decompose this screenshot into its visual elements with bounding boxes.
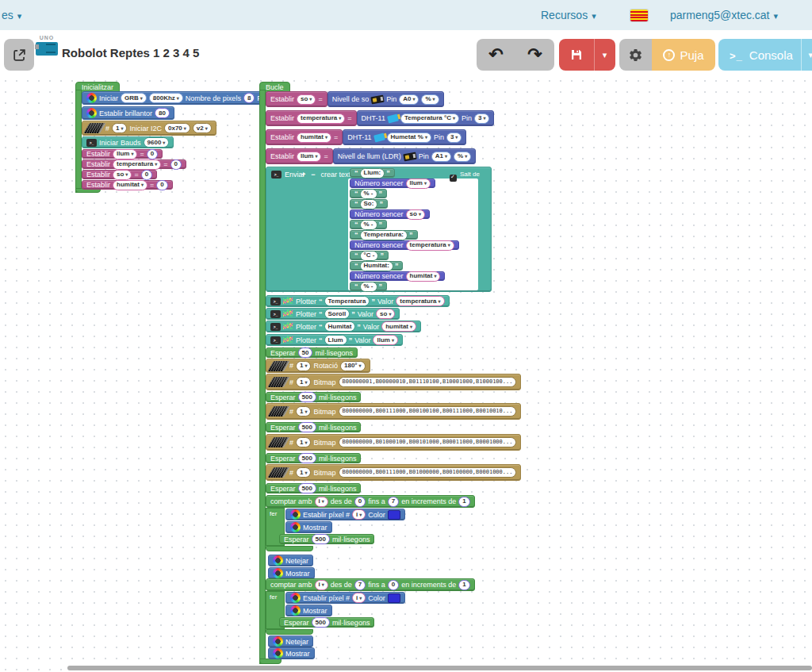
text-field[interactable]: Llum: bbox=[360, 168, 385, 179]
delay-field[interactable]: 500 bbox=[312, 534, 330, 544]
loop-variable-dropdown[interactable]: i bbox=[315, 580, 328, 590]
block-set-variable[interactable]: Establir llum = 0 bbox=[82, 149, 163, 159]
save-button[interactable] bbox=[560, 39, 594, 71]
matrix-index-dropdown[interactable]: 1 bbox=[296, 467, 311, 478]
text-field[interactable]: % - bbox=[360, 282, 377, 292]
block-matrix-bitmap[interactable]: # 1 Bitmap B00000000,B00111000,B00100100… bbox=[266, 403, 521, 420]
variable-dropdown[interactable]: humitat bbox=[297, 132, 331, 143]
ldr-sensor-value[interactable]: Nivell de llum (LDR) Pin A1 % bbox=[333, 148, 476, 164]
block-text-string[interactable]: % - bbox=[350, 282, 387, 291]
block-neopixel-show[interactable]: Mostrar bbox=[268, 647, 315, 659]
text-field[interactable]: % - bbox=[360, 220, 377, 230]
block-set-variable[interactable]: Establir so = 0 bbox=[82, 170, 157, 179]
pin-dropdown[interactable]: A0 bbox=[399, 94, 419, 105]
from-field[interactable]: 7 bbox=[354, 580, 366, 590]
nav-language-flag[interactable] bbox=[630, 0, 648, 30]
mode-dropdown[interactable]: GRB bbox=[121, 93, 147, 103]
color-swatch[interactable] bbox=[388, 593, 400, 603]
block-text-string[interactable]: Temperatura: bbox=[350, 230, 418, 240]
block-count-loop[interactable]: comptar amb i des de 0 fins a 7 en incre… bbox=[266, 495, 475, 508]
matrix-index-dropdown[interactable]: 1 bbox=[296, 361, 311, 371]
freq-dropdown[interactable]: 800Khz bbox=[149, 93, 183, 103]
bitmap-field[interactable]: B00000001,B00000010,B01110100,B10001000,… bbox=[339, 377, 517, 387]
redo-button[interactable] bbox=[515, 39, 554, 71]
unit-dropdown[interactable]: % bbox=[421, 94, 439, 105]
set-variable-part[interactable]: Establir temperatura = bbox=[266, 110, 357, 126]
block-set-pixel[interactable]: Establir píxel # i Color bbox=[285, 509, 405, 520]
number-field[interactable]: 0 bbox=[141, 170, 152, 180]
variable-dropdown[interactable]: humitat bbox=[406, 271, 441, 282]
checkbox-checked-icon[interactable] bbox=[450, 175, 457, 182]
measure-dropdown[interactable]: Humetat % bbox=[387, 132, 431, 143]
block-int-cast[interactable]: Número sencer so bbox=[350, 209, 430, 219]
block-wait[interactable]: Esperar 500 mil·lisegons bbox=[279, 617, 374, 628]
dht11-sensor-value[interactable]: DHT-11 Temperatura °C Pin 3 bbox=[357, 110, 495, 126]
nav-locale-menu[interactable]: es bbox=[2, 0, 21, 30]
text-field[interactable]: % - bbox=[360, 189, 377, 199]
matrix-index-dropdown[interactable]: 1 bbox=[112, 123, 127, 133]
step-field[interactable]: 1 bbox=[458, 580, 469, 590]
variable-dropdown[interactable]: so bbox=[297, 94, 316, 105]
unit-dropdown[interactable]: % bbox=[454, 152, 471, 162]
console-button[interactable]: Consola bbox=[718, 39, 812, 71]
block-serial-send[interactable]: Enviar + − crear text amb Salt de línia … bbox=[266, 167, 492, 292]
pin-dropdown[interactable]: A1 bbox=[431, 152, 451, 162]
delay-field[interactable]: 500 bbox=[298, 453, 316, 463]
brightness-field[interactable]: 80 bbox=[155, 108, 170, 118]
variable-dropdown[interactable]: llum bbox=[373, 335, 397, 345]
from-field[interactable]: 0 bbox=[354, 497, 366, 507]
block-text-string[interactable]: °C - bbox=[350, 251, 389, 260]
undo-button[interactable] bbox=[477, 39, 515, 71]
set-variable-part[interactable]: Establir so = bbox=[266, 91, 327, 107]
block-set-variable[interactable]: Establir temperatura = 0 bbox=[82, 159, 186, 169]
pin-dropdown[interactable]: 3 bbox=[446, 132, 462, 143]
matrix-index-dropdown[interactable]: 1 bbox=[296, 377, 311, 387]
rotation-dropdown[interactable]: 180° bbox=[340, 361, 366, 371]
series-name-field[interactable]: Humitat bbox=[324, 321, 356, 332]
block-neopixel-show[interactable]: Mostrar bbox=[285, 521, 332, 533]
block-wait[interactable]: Esperar 500 mil·lisegons bbox=[279, 534, 374, 544]
to-field[interactable]: 0 bbox=[388, 580, 399, 590]
remove-item-button[interactable]: − bbox=[311, 171, 315, 179]
settings-button[interactable] bbox=[619, 39, 652, 71]
block-read-sound[interactable]: Establir so = Nivell de so Pin A0 % bbox=[266, 91, 444, 107]
block-text-string[interactable]: % - bbox=[350, 189, 387, 198]
block-read-temperature[interactable]: Establir temperatura = DHT-11 Temperatur… bbox=[266, 110, 494, 126]
matrix-index-dropdown[interactable]: 1 bbox=[296, 406, 311, 417]
measure-dropdown[interactable]: Temperatura °C bbox=[400, 113, 459, 124]
i2c-version-dropdown[interactable]: v2 bbox=[193, 123, 212, 133]
block-neopixel-show[interactable]: Mostrar bbox=[268, 567, 315, 579]
text-field[interactable]: °C - bbox=[360, 251, 379, 261]
number-field[interactable]: 0 bbox=[147, 149, 158, 159]
block-text-string[interactable]: % - bbox=[350, 220, 387, 229]
block-text-string[interactable]: So: bbox=[350, 199, 388, 209]
block-neopixel-clear[interactable]: Netejar bbox=[268, 636, 313, 647]
block-text-string[interactable]: Humitat: bbox=[350, 261, 403, 271]
block-plotter[interactable]: Plotter Llum Valor llum bbox=[266, 334, 403, 346]
text-field[interactable]: Humitat: bbox=[360, 261, 393, 271]
horizontal-scrollbar[interactable] bbox=[67, 666, 812, 670]
bitmap-field[interactable]: B00000000,B00111000,B00100100,B00111000,… bbox=[339, 406, 517, 417]
variable-dropdown[interactable]: so bbox=[406, 209, 425, 220]
block-text-string[interactable]: Llum: bbox=[350, 168, 395, 178]
loop-variable-dropdown[interactable]: i bbox=[315, 497, 328, 507]
variable-dropdown[interactable]: temperatura bbox=[406, 240, 454, 251]
variable-dropdown[interactable]: temperatura bbox=[396, 296, 444, 306]
block-matrix-i2c-init[interactable]: # 1 Iniciar I2C 0x70 v2 bbox=[82, 121, 216, 136]
block-matrix-bitmap[interactable]: # 1 Bitmap B00000000,B01000100,B00101000… bbox=[266, 434, 521, 451]
to-field[interactable]: 7 bbox=[388, 497, 399, 507]
variable-dropdown[interactable]: llum bbox=[297, 152, 321, 162]
block-wait[interactable]: Esperar 500 mil·lisegons bbox=[266, 392, 361, 402]
block-matrix-rotation[interactable]: # 1 Rotació 180° bbox=[266, 359, 370, 373]
pin-dropdown[interactable]: 3 bbox=[474, 113, 489, 124]
variable-dropdown[interactable]: humitat bbox=[381, 321, 416, 332]
block-matrix-bitmap[interactable]: # 1 Bitmap B00000000,B00111000,B01000000… bbox=[266, 464, 521, 481]
text-field[interactable]: Temperatura: bbox=[360, 230, 408, 240]
pixel-index-dropdown[interactable]: i bbox=[352, 509, 366, 520]
dht11-sensor-value[interactable]: DHT-11 Humetat % Pin 3 bbox=[343, 129, 466, 145]
block-wait[interactable]: Esperar 500 mil·lisegons bbox=[266, 453, 361, 463]
block-serial-init[interactable]: Iniciar Bauds 9600 bbox=[82, 136, 174, 148]
pixel-index-dropdown[interactable]: i bbox=[352, 593, 366, 603]
block-set-variable[interactable]: Establir humitat = 0 bbox=[82, 180, 173, 190]
block-count-loop[interactable]: comptar amb i des de 7 fins a 0 en incre… bbox=[266, 578, 475, 591]
